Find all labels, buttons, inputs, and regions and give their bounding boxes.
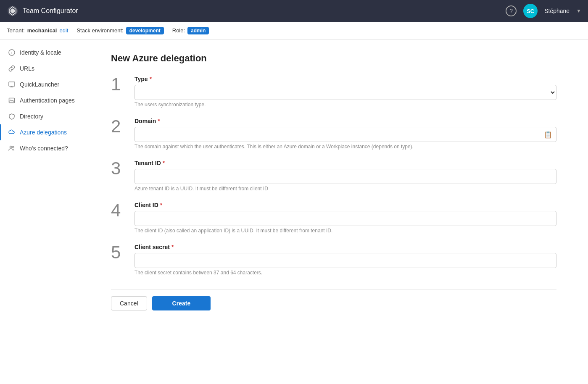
sidebar-item-urls[interactable]: URLs: [0, 60, 94, 76]
type-select[interactable]: [134, 85, 556, 100]
tenant-id-input[interactable]: [134, 169, 556, 184]
field-content-tenant-id: Tenant ID * Azure tenant ID is a UUID. I…: [134, 160, 556, 192]
role-info: Role: admin: [172, 27, 209, 34]
field-content-type: Type * The users synchronization type.: [134, 76, 556, 108]
azure-delegation-form: 1 Type * The users synchronization type.…: [111, 76, 556, 310]
sidebar-label-directory: Directory: [20, 113, 43, 120]
field-content-client-secret: Client secret * The client secret contai…: [134, 244, 556, 276]
user-menu-caret[interactable]: ▼: [576, 8, 581, 14]
shield-icon: [8, 113, 16, 120]
sidebar-label-urls: URLs: [20, 65, 34, 72]
client-id-required: *: [160, 202, 162, 208]
field-group-tenant-id: 3 Tenant ID * Azure tenant ID is a UUID.…: [111, 160, 556, 192]
client-secret-hint: The client secret contains between 37 an…: [134, 270, 556, 276]
sidebar-label-quicklauncher: QuickLauncher: [20, 81, 59, 88]
step-number-1: 1: [111, 76, 128, 93]
field-group-client-secret: 5 Client secret * The client secret cont…: [111, 244, 556, 276]
type-required: *: [150, 76, 152, 82]
tenant-info: Tenant: mechanical edit: [7, 27, 68, 34]
sidebar-item-identity[interactable]: i Identity & locale: [0, 45, 94, 60]
field-group-domain: 2 Domain * 📋 The domain against which th…: [111, 118, 556, 150]
users-icon: [8, 145, 16, 152]
step-number-4: 4: [111, 202, 128, 219]
client-id-hint: The client ID (also called an applicatio…: [134, 228, 556, 234]
tenant-edit-link[interactable]: edit: [59, 27, 68, 34]
clipboard-icon[interactable]: 📋: [544, 131, 552, 139]
client-secret-input[interactable]: [134, 253, 556, 268]
sidebar-item-auth-pages[interactable]: Authentication pages: [0, 92, 94, 108]
avatar: SC: [523, 4, 538, 18]
role-badge: admin: [187, 27, 209, 34]
page-title: New Azure delegation: [111, 53, 571, 64]
step-number-3: 3: [111, 160, 128, 177]
step-number-5: 5: [111, 244, 128, 261]
sidebar-label-auth-pages: Authentication pages: [20, 97, 75, 104]
create-button[interactable]: Create: [152, 296, 211, 310]
sidebar-label-who-connected: Who's connected?: [20, 145, 68, 152]
domain-hint: The domain against which the user authen…: [134, 144, 556, 150]
app-title: Team Configurator: [23, 7, 78, 15]
stack-label: Stack environment:: [76, 27, 123, 34]
svg-text:i: i: [11, 50, 12, 55]
tenant-id-label: Tenant ID *: [134, 160, 556, 166]
domain-label: Domain *: [134, 118, 556, 124]
type-label: Type *: [134, 76, 556, 82]
step-number-2: 2: [111, 118, 128, 135]
sidebar-item-azure[interactable]: Azure delegations: [0, 124, 94, 140]
type-hint: The users synchronization type.: [134, 102, 556, 108]
sub-header: Tenant: mechanical edit Stack environmen…: [0, 22, 588, 39]
stack-info: Stack environment: development: [76, 27, 163, 34]
main-content: New Azure delegation 1 Type * The users …: [94, 39, 588, 384]
tenant-value: mechanical: [27, 27, 57, 34]
field-content-domain: Domain * 📋 The domain against which the …: [134, 118, 556, 150]
link-icon: [8, 65, 16, 72]
cloud-icon: [8, 129, 16, 136]
client-secret-required: *: [171, 244, 174, 250]
role-label: Role:: [172, 27, 185, 34]
sidebar-item-directory[interactable]: Directory: [0, 108, 94, 124]
sidebar-label-azure: Azure delegations: [20, 129, 67, 136]
field-content-client-id: Client ID * The client ID (also called a…: [134, 202, 556, 234]
tenant-label: Tenant:: [7, 27, 25, 34]
info-circle-icon: i: [8, 49, 16, 56]
svg-rect-2: [9, 82, 15, 86]
domain-input-wrapper: 📋: [134, 127, 556, 142]
cancel-button[interactable]: Cancel: [111, 296, 147, 310]
domain-required: *: [158, 118, 160, 124]
field-group-type: 1 Type * The users synchronization type.: [111, 76, 556, 108]
form-actions: Cancel Create: [111, 289, 556, 310]
user-name[interactable]: Stéphane: [544, 8, 570, 14]
sidebar-item-who-connected[interactable]: Who's connected?: [0, 140, 94, 156]
field-group-client-id: 4 Client ID * The client ID (also called…: [111, 202, 556, 234]
monitor-icon: [8, 81, 16, 88]
sidebar-label-identity: Identity & locale: [20, 49, 61, 56]
domain-input[interactable]: [134, 127, 556, 142]
help-button[interactable]: ?: [506, 5, 517, 16]
client-id-label: Client ID *: [134, 202, 556, 208]
image-icon: [8, 97, 16, 104]
sidebar: i Identity & locale URLs QuickLauncher A…: [0, 39, 94, 384]
sidebar-item-quicklauncher[interactable]: QuickLauncher: [0, 76, 94, 92]
logo-area: Team Configurator: [7, 5, 506, 17]
svg-point-5: [13, 146, 14, 148]
client-secret-label: Client secret *: [134, 244, 556, 250]
tenant-id-required: *: [163, 160, 165, 166]
app-logo-icon: [7, 5, 18, 17]
top-nav: Team Configurator ? SC Stéphane ▼: [0, 0, 588, 22]
svg-point-4: [10, 146, 12, 148]
main-layout: i Identity & locale URLs QuickLauncher A…: [0, 39, 588, 384]
client-id-input[interactable]: [134, 211, 556, 226]
nav-right: ? SC Stéphane ▼: [506, 4, 581, 18]
tenant-id-hint: Azure tenant ID is a UUID. It must be di…: [134, 186, 556, 192]
stack-badge: development: [126, 27, 164, 34]
